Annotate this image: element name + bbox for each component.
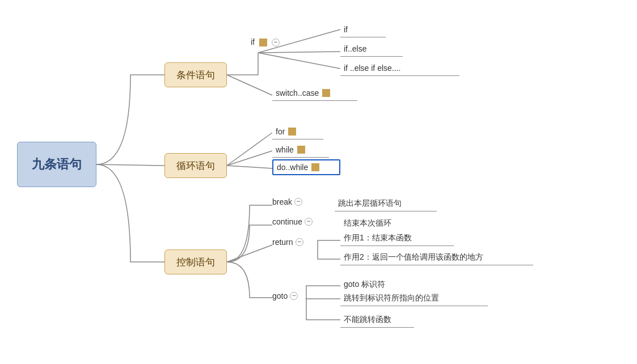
leaf-break-desc: 跳出本层循环语句 <box>335 196 437 211</box>
minus-icon-break: − <box>294 198 302 206</box>
continue-label: continue <box>272 217 302 226</box>
minus-icon-continue: − <box>305 218 313 226</box>
cat-loop-label: 循环语句 <box>176 159 215 172</box>
mind-map: 九条语句 条件语句 循环语句 控制语句 if − if if..else if … <box>0 0 637 364</box>
break-label: break <box>272 197 292 206</box>
root-node: 九条语句 <box>17 142 96 187</box>
note-icon-for <box>288 128 296 136</box>
note-icon-while <box>297 146 305 154</box>
leaf-ifelse: if..else <box>340 41 403 57</box>
cat-node-cond: 条件语句 <box>164 62 227 87</box>
ctrl-return-row: return − <box>272 238 303 247</box>
cat-cond-label: 条件语句 <box>176 69 215 82</box>
note-icon-if <box>259 39 267 46</box>
note-icon-switch <box>322 89 330 97</box>
ctrl-goto-row: goto − <box>272 291 298 300</box>
minus-icon-goto: − <box>290 292 298 300</box>
leaf-goto-sub2: 不能跳转函数 <box>340 312 414 328</box>
if-group-label: if − <box>251 37 280 46</box>
leaf-ifelseif: if ..else if else.... <box>340 60 459 76</box>
minus-icon-return: − <box>296 238 303 246</box>
note-icon-dowhile <box>311 163 319 171</box>
leaf-switch: switch..case <box>272 85 357 101</box>
cat-node-ctrl: 控制语句 <box>164 249 227 274</box>
ctrl-break-row: break − <box>272 197 302 206</box>
cat-ctrl-label: 控制语句 <box>176 256 215 269</box>
leaf-if: if <box>340 22 386 37</box>
leaf-continue-desc: 结束本次循环 <box>340 215 431 231</box>
minus-icon-if: − <box>272 39 280 46</box>
leaf-return-sub2: 作用2：返回一个值给调用该函数的地方 <box>340 249 533 265</box>
ctrl-continue-row: continue − <box>272 217 313 226</box>
leaf-for: for <box>272 124 323 139</box>
leaf-goto-sub1: 跳转到标识符所指向的位置 <box>340 290 488 306</box>
leaf-return-sub1: 作用1：结束本函数 <box>340 230 454 246</box>
leaf-dowhile: do..while <box>272 159 340 175</box>
root-label: 九条语句 <box>32 156 82 173</box>
leaf-while: while <box>272 142 329 158</box>
return-label: return <box>272 238 293 247</box>
cat-node-loop: 循环语句 <box>164 153 227 178</box>
goto-label: goto <box>272 291 288 300</box>
